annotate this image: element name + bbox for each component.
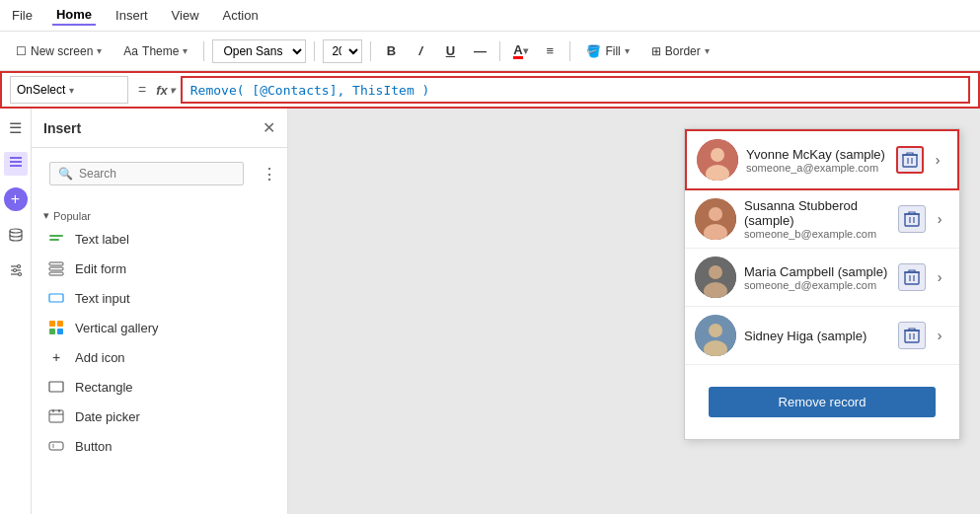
contact-chevron-sidney[interactable]: › (930, 326, 949, 345)
formula-selector[interactable]: OnSelect ▾ (10, 76, 128, 104)
menu-view[interactable]: View (168, 6, 203, 25)
svg-rect-16 (49, 272, 63, 275)
menu-home[interactable]: Home (52, 5, 96, 26)
underline-button[interactable]: U (438, 39, 462, 63)
text-label-icon (47, 230, 65, 248)
chevron-down-icon: ▾ (705, 45, 710, 56)
insert-item-date-picker[interactable]: Date picker (32, 402, 287, 431)
toolbar-divider (370, 41, 371, 61)
contact-info-susanna: Susanna Stubberod (sample) someone_b@exa… (744, 198, 890, 240)
insert-item-text-label[interactable]: Text label (32, 224, 287, 254)
button-icon (47, 437, 65, 455)
search-input[interactable] (79, 167, 235, 181)
delete-contact-maria-button[interactable] (898, 263, 926, 291)
contact-item-susanna[interactable]: Susanna Stubberod (sample) someone_b@exa… (685, 190, 959, 249)
chevron-down-icon: ▾ (523, 45, 528, 56)
strikethrough-button[interactable]: — (468, 39, 491, 63)
toolbar-divider (203, 41, 204, 61)
insert-item-add-icon[interactable]: + Add icon (32, 342, 287, 372)
contact-info-yvonne: Yvonne McKay (sample) someone_a@example.… (746, 147, 888, 174)
contact-name-susanna: Susanna Stubberod (sample) (744, 198, 890, 228)
svg-point-52 (709, 324, 722, 337)
svg-rect-22 (57, 329, 63, 334)
contact-info-maria: Maria Campbell (sample) someone_d@exampl… (744, 264, 890, 291)
formula-input[interactable]: Remove( [@Contacts], ThisItem ) (181, 76, 970, 104)
svg-rect-15 (49, 267, 63, 270)
border-button[interactable]: ⊞ Border ▾ (643, 41, 717, 61)
toolbar-divider (314, 41, 315, 61)
insert-item-button[interactable]: Button (32, 431, 287, 461)
font-select[interactable]: Open Sans (212, 39, 306, 63)
contact-name-maria: Maria Campbell (sample) (744, 264, 890, 279)
font-color-button[interactable]: A ▾ (508, 39, 532, 63)
svg-point-5 (17, 265, 20, 268)
contact-item-maria[interactable]: Maria Campbell (sample) someone_d@exampl… (685, 249, 959, 307)
bold-button[interactable]: B (379, 39, 403, 63)
svg-point-11 (18, 273, 21, 276)
sidebar-icon-database[interactable] (4, 223, 28, 247)
font-color-icon: A (513, 43, 522, 59)
font-size-select[interactable]: 20 (323, 39, 362, 63)
menu-action[interactable]: Action (219, 6, 263, 25)
contact-info-sidney: Sidney Higa (sample) (744, 329, 890, 343)
insert-panel-title: Insert (43, 120, 81, 136)
svg-rect-54 (905, 330, 919, 342)
svg-rect-21 (49, 329, 55, 334)
sidebar-icon-settings[interactable] (4, 258, 28, 282)
menu-insert[interactable]: Insert (112, 6, 152, 25)
chevron-down-icon: ▾ (97, 45, 102, 56)
toolbar: ☐ New screen ▾ Aa Theme ▾ Open Sans 20 B… (0, 32, 980, 71)
remove-record-button[interactable]: Remove record (709, 387, 936, 417)
contact-actions-sidney: › (898, 322, 949, 349)
svg-rect-20 (57, 321, 63, 327)
insert-more-button[interactable]: ⋮ (260, 165, 279, 184)
svg-rect-47 (905, 272, 919, 284)
italic-button[interactable]: / (409, 39, 432, 63)
insert-panel-close-button[interactable]: ✕ (263, 118, 275, 137)
svg-point-45 (709, 265, 722, 279)
insert-item-text-input[interactable]: Text input (32, 283, 287, 313)
delete-contact-susanna-button[interactable] (898, 205, 926, 233)
svg-rect-2 (10, 157, 22, 159)
delete-contact-sidney-button[interactable] (898, 322, 926, 349)
svg-rect-17 (49, 294, 63, 302)
sidebar-icons: ☰ + (0, 109, 32, 514)
sidebar-icon-add[interactable]: + (4, 187, 28, 211)
contact-actions-susanna: › (898, 205, 949, 233)
svg-rect-28 (49, 442, 63, 450)
sidebar-icon-layers[interactable] (4, 152, 28, 176)
avatar-maria (695, 257, 736, 298)
insert-item-vertical-gallery[interactable]: Vertical gallery (32, 313, 287, 342)
svg-rect-19 (49, 321, 55, 327)
svg-point-8 (13, 269, 16, 272)
date-picker-icon (47, 407, 65, 425)
avatar-sidney (695, 315, 736, 356)
contact-item-sidney[interactable]: Sidney Higa (sample) › (685, 307, 959, 365)
svg-rect-24 (49, 410, 63, 422)
formula-fx-button[interactable]: fx ▾ (156, 83, 175, 98)
fill-button[interactable]: 🪣 Fill ▾ (578, 41, 637, 61)
toolbar-divider (499, 41, 500, 61)
chevron-down-icon: ▾ (170, 85, 175, 96)
sidebar-icon-menu[interactable]: ☰ (4, 116, 28, 140)
insert-item-edit-form[interactable]: Edit form (32, 254, 287, 283)
new-screen-button[interactable]: ☐ New screen ▾ (8, 41, 110, 61)
insert-item-rectangle[interactable]: Rectangle (32, 372, 287, 402)
toolbar-divider (569, 41, 570, 61)
contact-chevron-maria[interactable]: › (930, 267, 949, 287)
menu-file[interactable]: File (8, 6, 37, 25)
theme-button[interactable]: Aa Theme ▾ (115, 41, 195, 61)
formula-equals: = (138, 82, 146, 98)
delete-contact-yvonne-button[interactable] (896, 146, 924, 174)
theme-icon: Aa (123, 44, 138, 58)
align-button[interactable]: ≡ (538, 39, 562, 63)
contact-chevron-susanna[interactable]: › (930, 209, 949, 229)
menu-bar: File Home Insert View Action (0, 0, 980, 32)
contact-actions-maria: › (898, 263, 949, 291)
contact-chevron-yvonne[interactable]: › (928, 150, 947, 170)
contact-item-yvonne[interactable]: Yvonne McKay (sample) someone_a@example.… (685, 129, 959, 190)
rectangle-icon (47, 378, 65, 396)
avatar-susanna (695, 198, 736, 240)
main-content: ☰ + (0, 109, 980, 514)
insert-section-popular[interactable]: ▾ Popular (32, 203, 287, 224)
